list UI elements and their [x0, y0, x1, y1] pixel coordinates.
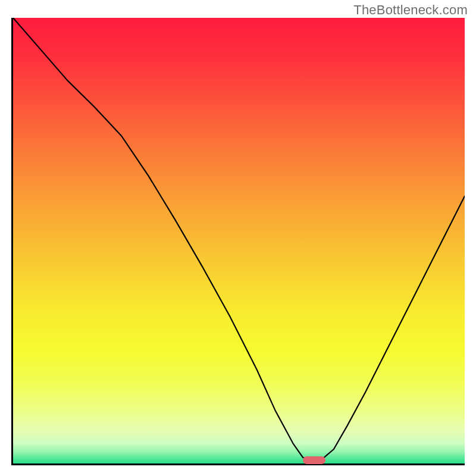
plot-frame: [11, 18, 465, 465]
optimum-marker: [303, 456, 325, 464]
bottleneck-curve: [13, 18, 465, 464]
plot-area: [13, 18, 465, 464]
watermark-text: TheBottleneck.com: [353, 2, 468, 18]
